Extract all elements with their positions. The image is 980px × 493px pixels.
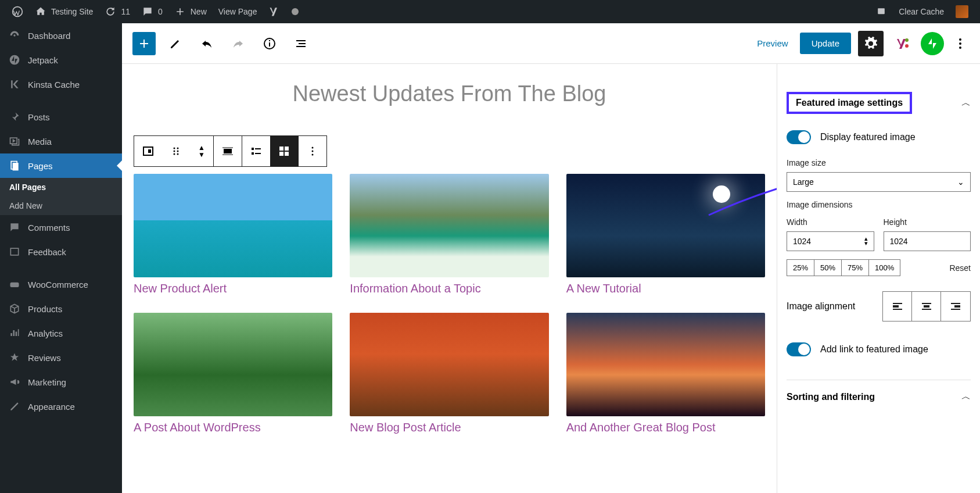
size-100-button[interactable]: 100%: [869, 260, 900, 276]
image-size-select[interactable]: Large ⌄: [787, 172, 971, 192]
post-title-link[interactable]: A Post About WordPress: [134, 421, 332, 434]
menu-item-pages[interactable]: Pages: [0, 153, 122, 178]
menu-label: Products: [28, 304, 62, 314]
menu-item-posts[interactable]: Posts: [0, 105, 122, 129]
user-menu[interactable]: [950, 0, 974, 23]
add-link-toggle[interactable]: [787, 342, 811, 356]
post-title-link[interactable]: And Another Great Blog Post: [566, 421, 765, 434]
new-label: New: [191, 7, 207, 16]
display-featured-toggle[interactable]: [787, 130, 811, 144]
svg-rect-5: [13, 163, 19, 170]
edit-mode-button[interactable]: [164, 32, 187, 55]
menu-label: Comments: [28, 223, 70, 233]
svg-point-27: [312, 151, 314, 152]
svg-point-2: [10, 55, 20, 65]
block-more-button[interactable]: [299, 136, 326, 166]
jetpack-button[interactable]: [921, 32, 944, 55]
submenu-item-add-new[interactable]: Add New: [0, 197, 122, 215]
menu-item-woocommerce[interactable]: WooCommerce: [0, 272, 122, 296]
list-view-button[interactable]: [242, 136, 270, 166]
submenu-item-all-pages[interactable]: All Pages: [0, 178, 122, 197]
drag-handle[interactable]: [162, 136, 190, 166]
menu-label: Posts: [28, 112, 50, 122]
panel-title: Featured image settings: [787, 92, 912, 114]
alignment-label: Image alignment: [787, 301, 855, 312]
menu-item-products[interactable]: Products: [0, 296, 122, 321]
post-card[interactable]: And Another Great Blog Post: [566, 313, 765, 434]
post-thumbnail[interactable]: [566, 313, 765, 416]
menu-item-jetpack[interactable]: Jetpack: [0, 48, 122, 72]
featured-image-panel-header[interactable]: Featured image settings ︿: [787, 81, 971, 124]
menu-item-dashboard[interactable]: Dashboard: [0, 23, 122, 48]
post-card[interactable]: New Product Alert: [134, 174, 332, 295]
menu-item-appearance[interactable]: Appearance: [0, 394, 122, 419]
adminbar-status-dot[interactable]: [286, 0, 304, 23]
more-options-button[interactable]: [951, 32, 970, 55]
updates-link[interactable]: 11: [99, 0, 136, 23]
align-left-button[interactable]: [883, 292, 912, 321]
menu-item-media[interactable]: Media: [0, 129, 122, 153]
align-right-button[interactable]: [941, 292, 970, 321]
post-thumbnail[interactable]: [134, 313, 332, 416]
view-page-link[interactable]: View Page: [213, 0, 263, 23]
block-movers[interactable]: ▲▼: [190, 136, 213, 166]
post-thumbnail[interactable]: [134, 174, 332, 277]
size-25-button[interactable]: 25%: [787, 260, 814, 276]
sorting-filtering-panel-header[interactable]: Sorting and filtering ︿: [787, 380, 971, 413]
menu-item-analytics[interactable]: Analytics: [0, 321, 122, 345]
height-input[interactable]: 1024: [884, 231, 971, 251]
yoast-adminbar-icon[interactable]: [263, 0, 286, 23]
svg-point-28: [312, 154, 314, 156]
menu-item-marketing[interactable]: Marketing: [0, 370, 122, 394]
svg-point-13: [959, 47, 961, 49]
post-card[interactable]: New Blog Post Article: [350, 313, 548, 434]
new-link[interactable]: New: [168, 0, 213, 23]
add-block-button[interactable]: [132, 32, 156, 55]
menu-label: Pages: [28, 161, 53, 171]
reset-button[interactable]: Reset: [949, 263, 971, 273]
post-title-link[interactable]: Information About a Topic: [350, 282, 548, 295]
grid-view-button[interactable]: [270, 136, 298, 166]
svg-rect-22: [279, 147, 283, 151]
post-thumbnail[interactable]: [350, 174, 548, 277]
site-name-link[interactable]: Testing Site: [29, 0, 99, 23]
align-center-button[interactable]: [912, 292, 941, 321]
menu-item-comments[interactable]: Comments: [0, 215, 122, 240]
pin-icon: [8, 110, 21, 123]
post-thumbnail[interactable]: [350, 313, 548, 416]
image-dimensions-label: Image dimensions: [787, 200, 971, 209]
settings-button[interactable]: [858, 31, 884, 56]
yoast-button[interactable]: [891, 32, 914, 55]
post-card[interactable]: A Post About WordPress: [134, 313, 332, 434]
size-50-button[interactable]: 50%: [814, 260, 842, 276]
post-card[interactable]: Information About a Topic: [350, 174, 548, 295]
menu-item-feedback[interactable]: Feedback: [0, 240, 122, 264]
comments-link[interactable]: 0: [136, 0, 168, 23]
page-title[interactable]: Newest Updates From The Blog: [122, 81, 777, 106]
post-title-link[interactable]: A New Tutorial: [566, 282, 765, 295]
notifications-icon[interactable]: [870, 0, 893, 23]
width-input[interactable]: 1024▴▾: [787, 231, 874, 251]
update-button[interactable]: Update: [800, 33, 851, 54]
posts-grid-block[interactable]: New Product AlertInformation About a Top…: [122, 174, 777, 434]
size-75-button[interactable]: 75%: [842, 260, 869, 276]
info-button[interactable]: [258, 32, 281, 55]
wp-logo[interactable]: [6, 0, 29, 23]
post-thumbnail[interactable]: [566, 174, 765, 277]
move-down-icon[interactable]: ▼: [198, 151, 205, 158]
woo-icon: [8, 278, 21, 291]
menu-item-kinsta-cache[interactable]: Kinsta Cache: [0, 72, 122, 97]
post-title-link[interactable]: New Product Alert: [134, 282, 332, 295]
admin-menu: DashboardJetpackKinsta Cache PostsMediaP…: [0, 23, 122, 493]
editor-canvas[interactable]: Newest Updates From The Blog ▲▼: [122, 64, 777, 493]
menu-item-reviews[interactable]: Reviews: [0, 345, 122, 370]
align-button[interactable]: [214, 136, 242, 166]
post-card[interactable]: A New Tutorial: [566, 174, 765, 295]
preview-link[interactable]: Preview: [752, 38, 792, 48]
block-type-button[interactable]: [134, 136, 162, 166]
outline-button[interactable]: [289, 32, 313, 55]
svg-point-26: [312, 147, 314, 149]
post-title-link[interactable]: New Blog Post Article: [350, 421, 548, 434]
undo-button[interactable]: [195, 32, 218, 55]
clear-cache-link[interactable]: Clear Cache: [893, 0, 950, 23]
